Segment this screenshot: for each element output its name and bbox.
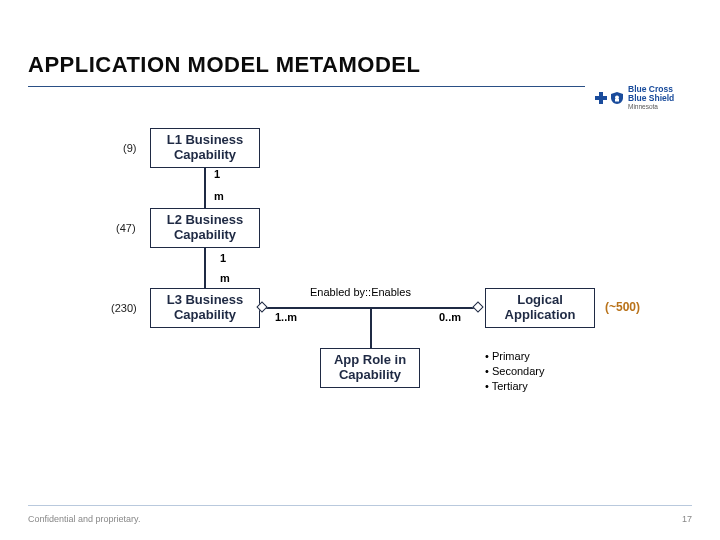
conn-assoc-role — [370, 308, 372, 348]
l3-capability-box: L3 Business Capability — [150, 288, 260, 328]
conn-l2-l3 — [204, 248, 206, 288]
page-number: 17 — [682, 514, 692, 524]
app-role-label: App Role in Capability — [327, 353, 413, 383]
l1-capability-label: L1 Business Capability — [157, 133, 253, 163]
card-right: 0..m — [439, 311, 461, 323]
confidential-footer: Confidential and proprietary. — [28, 514, 140, 524]
svg-rect-3 — [615, 99, 619, 102]
card-1-a: 1 — [214, 168, 220, 180]
logo-sub: Minnesota — [628, 104, 674, 111]
footer-rule — [28, 505, 692, 506]
l1-count: (9) — [123, 142, 136, 154]
svg-rect-1 — [595, 96, 607, 100]
conn-l1-l2 — [204, 168, 206, 208]
diamond-right — [472, 301, 483, 312]
card-m-b: m — [220, 272, 230, 284]
l2-capability-box: L2 Business Capability — [150, 208, 260, 248]
logo-line2: Blue Shield — [628, 94, 674, 103]
title-rule — [28, 86, 585, 87]
card-left: 1..m — [275, 311, 297, 323]
logical-application-label: Logical Application — [492, 293, 588, 323]
page-title: APPLICATION MODEL METAMODEL — [28, 52, 692, 78]
card-1-b: 1 — [220, 252, 226, 264]
role-secondary: Secondary — [492, 365, 545, 377]
brand-logo: Blue Cross Blue Shield Minnesota — [594, 82, 692, 114]
logical-application-box: Logical Application — [485, 288, 595, 328]
l2-count: (47) — [116, 222, 136, 234]
l2-capability-label: L2 Business Capability — [157, 213, 253, 243]
shield-icon — [610, 91, 624, 105]
svg-point-2 — [615, 96, 619, 100]
role-primary: Primary — [492, 350, 530, 362]
l3-count: (230) — [111, 302, 137, 314]
relation-label: Enabled by::Enables — [310, 286, 411, 298]
cross-icon — [594, 91, 608, 105]
roles-list: • Primary • Secondary • Tertiary — [485, 349, 545, 394]
card-m-a: m — [214, 190, 224, 202]
l1-capability-box: L1 Business Capability — [150, 128, 260, 168]
app-count: (~500) — [605, 300, 640, 314]
l3-capability-label: L3 Business Capability — [157, 293, 253, 323]
role-tertiary: Tertiary — [492, 380, 528, 392]
app-role-box: App Role in Capability — [320, 348, 420, 388]
